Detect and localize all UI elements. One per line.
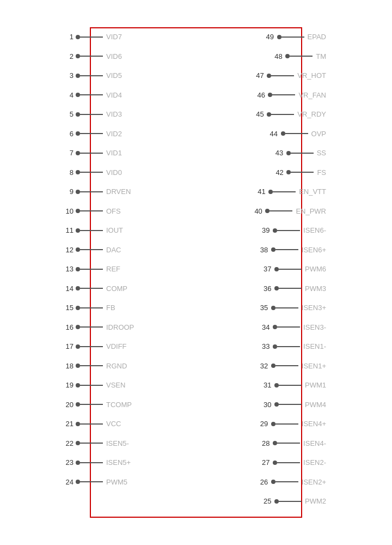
- pin-number: 24: [63, 478, 74, 486]
- pin-left-3: 3VID5: [63, 66, 125, 86]
- pin-line: [277, 230, 300, 231]
- pin-line: [80, 269, 103, 270]
- pin-label: DRVEN: [103, 187, 134, 196]
- pin-number: 41: [258, 187, 268, 196]
- pin-label: VID1: [103, 149, 125, 157]
- pin-number: 34: [262, 323, 273, 331]
- pin-label: IDROOP: [103, 323, 137, 331]
- pin-dot: [76, 228, 80, 233]
- chip-container: 1VID72VID63VID54VID45VID36VID27VID18VID0…: [63, 11, 329, 534]
- pin-number: 6: [63, 130, 74, 138]
- pin-right-25: PWM225: [261, 492, 329, 511]
- pin-dot: [76, 383, 80, 387]
- pin-right-48: TM48: [272, 47, 329, 66]
- pin-label: VR_HOT: [294, 71, 329, 80]
- pin-label: ISEN4+: [298, 420, 329, 428]
- pin-line: [80, 153, 103, 154]
- pin-label: ISEN3-: [300, 323, 329, 331]
- pin-dot: [273, 344, 277, 349]
- pin-line: [80, 481, 103, 482]
- pin-number: 43: [275, 149, 286, 157]
- pin-label: VR_RDY: [294, 110, 329, 118]
- pin-right-35: ISEN3+35: [258, 298, 329, 318]
- pin-number: 28: [262, 439, 273, 447]
- pin-line: [275, 481, 298, 482]
- pin-dot: [277, 35, 281, 39]
- pin-right-49: EPAD49: [264, 27, 329, 47]
- pin-number: 36: [264, 284, 274, 293]
- pin-label: RGND: [103, 362, 130, 370]
- pin-label: OVP: [308, 130, 329, 138]
- pin-right-32: ISEN1+32: [258, 356, 329, 376]
- pin-number: 10: [63, 207, 74, 215]
- pin-label: PWM6: [302, 265, 329, 273]
- pin-number: 17: [63, 342, 74, 350]
- pin-label: PWM1: [302, 381, 329, 389]
- pin-left-14: 14COMP: [63, 279, 131, 299]
- pin-dot: [274, 402, 279, 407]
- pin-line: [80, 385, 103, 386]
- pin-left-20: 20TCOMP: [63, 395, 135, 415]
- pin-number: 13: [63, 265, 74, 273]
- pin-number: 4: [63, 91, 74, 99]
- pin-left-23: 23ISEN5+: [63, 453, 134, 473]
- pin-dot: [76, 209, 80, 213]
- pin-line: [279, 269, 302, 270]
- right-pins: EPAD49TM48VR_HOT47VR_FAN46VR_RDY45OVP44S…: [252, 27, 329, 511]
- pin-dot: [273, 441, 277, 445]
- pin-right-41: EN_VTT41: [255, 182, 329, 202]
- pin-line: [271, 75, 294, 76]
- pin-left-10: 10OFS: [63, 202, 124, 221]
- pin-right-28: ISEN4-28: [260, 434, 329, 453]
- pin-line: [285, 133, 308, 134]
- pin-number: 15: [63, 304, 74, 312]
- pin-right-30: PWM430: [261, 395, 329, 415]
- pin-line: [279, 385, 302, 386]
- pin-label: VR_FAN: [295, 91, 329, 99]
- pin-line: [80, 37, 103, 38]
- pin-left-1: 1VID7: [63, 27, 125, 47]
- pin-dot: [268, 190, 273, 194]
- pin-right-26: ISEN2+26: [258, 473, 329, 492]
- pin-dot: [273, 228, 277, 233]
- pin-right-42: FS42: [273, 163, 329, 183]
- pin-line: [270, 210, 292, 211]
- pin-line: [281, 37, 304, 38]
- pin-line: [80, 307, 103, 308]
- pin-line: [80, 346, 103, 347]
- pin-line: [275, 423, 298, 425]
- pin-line: [271, 114, 294, 115]
- pin-label: VID4: [103, 91, 125, 99]
- pin-label: ISEN1+: [298, 362, 329, 370]
- pin-right-44: OVP44: [268, 124, 329, 144]
- pin-left-2: 2VID6: [63, 47, 125, 66]
- pin-dot: [76, 461, 80, 465]
- pin-label: VID0: [103, 168, 125, 177]
- pin-right-47: VR_HOT47: [254, 66, 329, 86]
- pin-dot: [271, 247, 275, 252]
- pin-left-22: 22ISEN5-: [63, 434, 132, 453]
- pin-left-4: 4VID4: [63, 86, 125, 105]
- pin-right-46: VR_FAN46: [255, 86, 329, 105]
- pin-line: [80, 191, 103, 192]
- pin-line: [279, 288, 302, 289]
- pin-line: [80, 249, 103, 250]
- pin-left-8: 8VID0: [63, 163, 125, 183]
- pin-label: PWM2: [302, 497, 329, 505]
- pin-right-37: PWM637: [261, 259, 329, 279]
- pin-dot: [271, 364, 275, 368]
- pin-line: [80, 404, 103, 405]
- pin-number: 29: [260, 420, 271, 428]
- pin-label: VSEN: [103, 381, 128, 389]
- pin-label: VID5: [103, 71, 125, 80]
- pin-number: 14: [63, 284, 74, 293]
- pin-dot: [76, 151, 80, 155]
- pin-label: FB: [103, 304, 119, 312]
- pin-left-13: 13REF: [63, 259, 124, 279]
- pin-number: 31: [264, 381, 274, 389]
- pin-dot: [271, 480, 275, 484]
- pin-label: VID3: [103, 110, 125, 118]
- pin-number: 1: [63, 33, 74, 41]
- pin-number: 20: [63, 401, 74, 409]
- pin-dot: [76, 170, 80, 174]
